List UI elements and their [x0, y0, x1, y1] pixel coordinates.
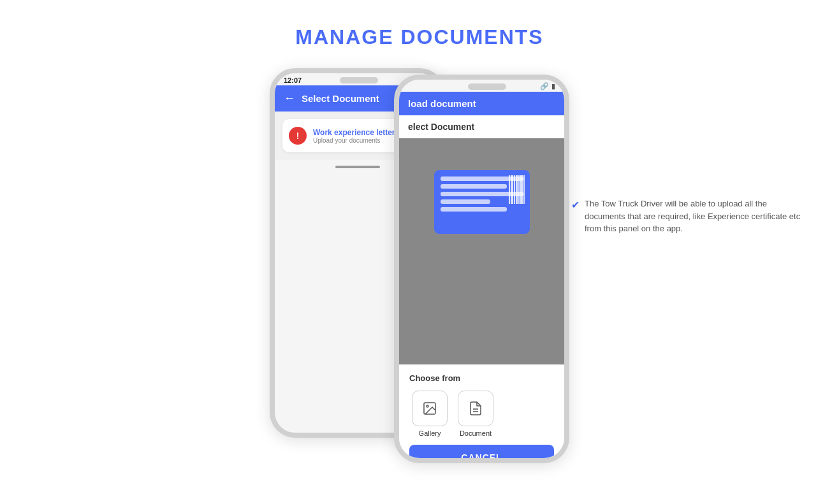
phone2-header-title: load document — [408, 98, 476, 109]
svg-point-1 — [427, 405, 428, 407]
cancel-button[interactable]: CANCEL — [409, 445, 554, 463]
doc-item-info: Work experience letter Upload your docum… — [313, 128, 395, 144]
gallery-label: Gallery — [419, 429, 441, 437]
doc-item-left: ! Work experience letter Upload your doc… — [289, 127, 395, 145]
phone2-header: load document — [399, 92, 564, 115]
doc-line-4 — [441, 199, 490, 204]
phone2-status-bar: 🔗 ▮ — [399, 80, 564, 92]
document-label: Document — [460, 429, 492, 437]
doc-card — [434, 170, 530, 234]
check-circle-icon: ✔ — [571, 199, 580, 211]
phone1-back-arrow[interactable]: ← — [284, 92, 295, 105]
barcode-group — [509, 175, 525, 204]
doc-line-2 — [441, 184, 507, 189]
phone1-header-title: Select Document — [302, 93, 379, 104]
phone2-gray-area — [399, 266, 564, 364]
annotation-text-wrap: ✔ The Tow Truck Driver will be able to u… — [571, 198, 801, 235]
doc-subtitle: Upload your documents — [313, 137, 395, 144]
page-title: MANAGE DOCUMENTS — [295, 25, 543, 49]
document-option[interactable]: Document — [458, 391, 493, 437]
choose-from-sheet: Choose from Gallery — [399, 364, 564, 463]
document-icon — [458, 391, 493, 426]
home-indicator — [335, 166, 380, 168]
phone-2: 🔗 ▮ load document elect Document — [394, 75, 569, 463]
battery-icon2: ▮ — [551, 82, 555, 90]
warning-icon: ! — [289, 127, 307, 145]
phone2-select-label: elect Document — [399, 115, 564, 138]
gallery-option[interactable]: Gallery — [412, 391, 448, 437]
phone1-time: 12:07 — [284, 76, 302, 84]
gallery-icon — [412, 391, 448, 426]
barcode-area — [509, 175, 525, 204]
doc-title: Work experience letter — [313, 128, 395, 137]
phone1-notch — [340, 77, 378, 83]
phone2-notch — [468, 83, 506, 90]
choose-options: Gallery Document — [409, 391, 554, 437]
doc-line-5 — [441, 207, 507, 212]
phones-area: 12:07 🔗 ▮ ← Select Document ! Work exper… — [270, 68, 569, 463]
wifi-icon2: 🔗 — [540, 82, 549, 90]
choose-from-title: Choose from — [409, 373, 554, 383]
phone2-doc-preview — [399, 138, 564, 266]
phone2-icons: 🔗 ▮ — [540, 82, 555, 90]
annotation-text: The Tow Truck Driver will be able to upl… — [585, 198, 801, 235]
